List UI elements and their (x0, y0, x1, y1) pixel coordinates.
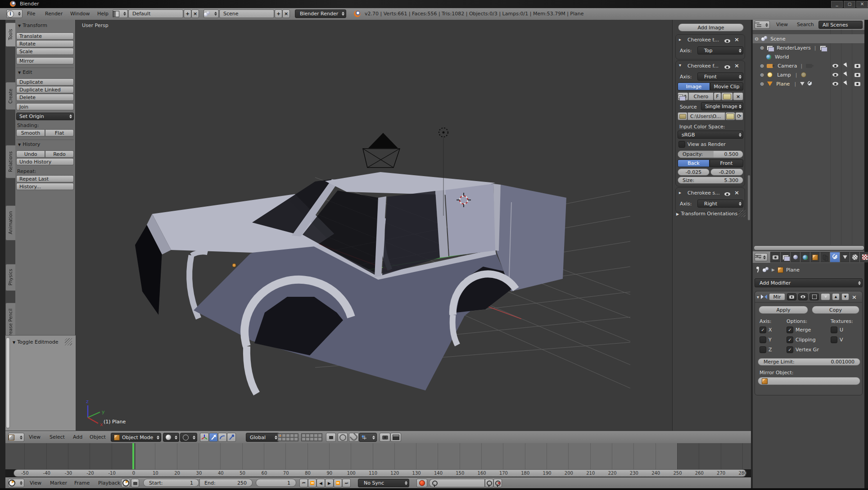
offset-x-field[interactable]: -0.025 (678, 168, 710, 176)
add-image-button[interactable]: Add Image (678, 23, 744, 32)
delete-modifier-button[interactable] (852, 294, 857, 300)
size-field[interactable]: Size: 5.300 (678, 177, 743, 184)
scene-icon-button[interactable] (203, 9, 219, 18)
tab-world[interactable] (800, 252, 810, 262)
play-reverse-button[interactable]: ◀ (316, 479, 325, 487)
image-preview-button[interactable] (678, 112, 687, 120)
renderlayer-data-icon[interactable] (820, 45, 826, 50)
timeline-band[interactable] (5, 443, 751, 469)
timeline-ruler[interactable]: -50-40-30-20-100102030405060708090100110… (14, 469, 746, 477)
lock-frame-toggle[interactable] (131, 479, 139, 487)
delete-keyframe-button[interactable]: × (493, 479, 502, 487)
menu-render[interactable]: Render (43, 9, 64, 19)
eye-icon[interactable] (724, 39, 730, 43)
pin-icon[interactable] (755, 267, 760, 273)
copy-button[interactable]: Copy (812, 306, 859, 314)
repeat-last-button[interactable]: Repeat Last (16, 175, 74, 182)
tab-texture[interactable] (860, 252, 868, 262)
menu-view[interactable]: View (774, 19, 790, 30)
jump-to-start-button[interactable]: ⏮ (299, 479, 308, 487)
tab-physics[interactable]: Physics (5, 264, 15, 291)
breadcrumb-object-name[interactable]: Plane (786, 267, 800, 273)
renderability-toggle[interactable] (854, 64, 860, 68)
opengl-render-anim-button[interactable] (390, 433, 401, 442)
selectability-toggle[interactable] (843, 81, 849, 86)
delete-button[interactable]: Delete (16, 94, 74, 101)
image-tab[interactable]: Image (678, 82, 710, 91)
show-back-toggle[interactable]: Back (678, 159, 710, 167)
screen-layout-field[interactable]: Default (128, 9, 183, 18)
snap-toggle-button[interactable] (349, 433, 359, 442)
texture-u-checkbox[interactable] (831, 327, 837, 333)
car-model[interactable] (135, 172, 566, 394)
menu-help[interactable]: Help (95, 9, 110, 19)
mesh-data-icon[interactable] (800, 82, 805, 86)
visibility-toggle[interactable] (832, 64, 838, 68)
viewport-shading-select[interactable] (163, 433, 179, 442)
menu-frame[interactable]: Frame (72, 478, 91, 489)
outliner-row-renderlayers[interactable]: ⊕ RenderLayers | (753, 43, 864, 52)
maximize-button[interactable]: ▢ (844, 1, 855, 8)
expand-toggle[interactable]: ⊕ (760, 72, 764, 78)
time-display-toggle[interactable] (121, 479, 130, 487)
menu-select[interactable]: Select (48, 432, 67, 443)
lamp-data-icon[interactable] (801, 72, 806, 77)
current-frame-marker[interactable] (132, 443, 134, 469)
outliner-row-plane[interactable]: ⊕ Plane | (753, 79, 864, 88)
close-button[interactable]: × (856, 1, 868, 8)
menu-view[interactable]: View (27, 432, 42, 443)
keying-set-field[interactable] (429, 479, 485, 487)
insert-keyframe-button[interactable] (485, 479, 493, 487)
menu-view[interactable]: View (28, 478, 43, 489)
viewport-3d[interactable]: z y x User Persp (1) Plane (76, 20, 672, 431)
menu-playback[interactable]: Playback (96, 478, 122, 489)
image-browse-button[interactable] (678, 92, 688, 100)
axis-x-checkbox[interactable] (760, 327, 766, 333)
image-name-field[interactable]: Chero (688, 92, 714, 100)
n-panel-scrollbar[interactable] (748, 175, 750, 220)
renderability-toggle[interactable] (854, 82, 860, 86)
panel-history-header[interactable]: History (18, 141, 40, 147)
current-frame-field[interactable]: 1 (256, 479, 296, 487)
operator-panel-header[interactable]: Toggle Editmode (13, 339, 59, 345)
menu-file[interactable]: File (25, 9, 37, 19)
smooth-button[interactable]: Smooth (16, 129, 45, 136)
filepath-field[interactable]: C:\Users\O... (687, 112, 725, 120)
fake-user-toggle[interactable]: F (714, 92, 721, 100)
start-frame-field[interactable]: Start: 1 (143, 479, 199, 487)
proportional-edit-button[interactable] (338, 433, 348, 442)
translate-manipulator-button[interactable] (209, 433, 218, 442)
outliner-row-camera[interactable]: ⊕ Camera | (753, 61, 864, 70)
move-up-button[interactable]: ▲ (832, 293, 840, 300)
tab-object[interactable] (810, 252, 820, 262)
vertex-groups-checkbox[interactable] (787, 346, 793, 353)
tab-scene[interactable] (791, 252, 800, 262)
panel-drag-grip[interactable] (65, 338, 72, 345)
mode-select[interactable]: Object Mode (111, 433, 161, 442)
expand-toggle[interactable]: ⊕ (760, 81, 764, 87)
viewport-visibility-toggle[interactable] (798, 293, 808, 300)
panel-transform-header[interactable]: Transform (18, 23, 47, 28)
rotate-button[interactable]: Rotate (16, 40, 74, 47)
scene-field[interactable]: Scene (219, 9, 274, 18)
tab-relations[interactable]: Relations (5, 145, 15, 178)
duplicate-button[interactable]: Duplicate (16, 78, 74, 86)
expand-toggle[interactable]: ⊕ (760, 45, 764, 51)
move-down-button[interactable]: ▼ (841, 293, 849, 300)
axis-z-checkbox[interactable] (760, 346, 766, 353)
close-icon[interactable] (734, 36, 739, 43)
menu-search[interactable]: Search (795, 19, 816, 30)
opengl-render-button[interactable] (380, 433, 390, 442)
opacity-slider[interactable]: Opacity: 0.500 (678, 150, 743, 158)
movie-clip-tab[interactable]: Movie Clip (710, 82, 743, 91)
layers-grid-1[interactable] (277, 433, 298, 441)
offset-y-field[interactable]: -0.200 (710, 168, 743, 176)
menu-window[interactable]: Window (68, 9, 91, 19)
show-front-toggle[interactable]: Front (710, 159, 743, 167)
camera-data-icon[interactable] (806, 64, 812, 68)
minimize-button[interactable]: _ (831, 1, 843, 8)
tab-render[interactable] (771, 252, 781, 262)
snap-element-select[interactable] (359, 433, 377, 442)
record-button[interactable] (416, 479, 427, 487)
axis-select[interactable]: Right (697, 200, 743, 208)
